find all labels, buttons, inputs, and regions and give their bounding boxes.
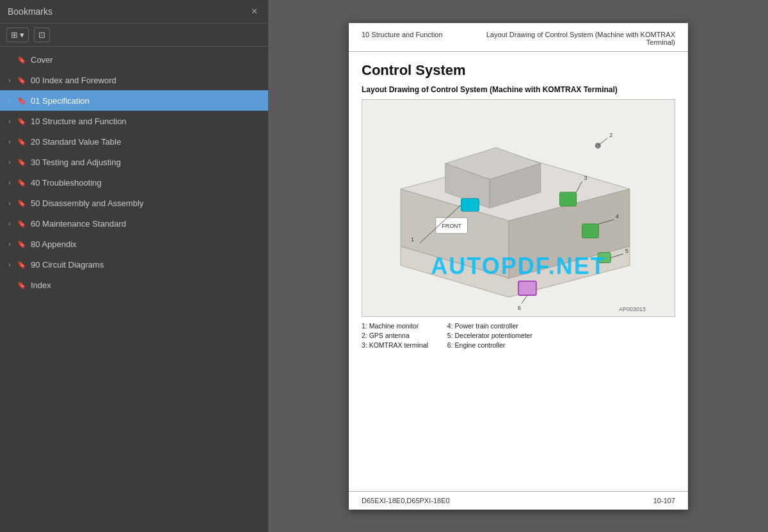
bookmark-flag-icon: 🔖 (17, 138, 27, 146)
bookmark-item-01[interactable]: ›🔖01 Specification (0, 90, 268, 111)
bookmark-button[interactable]: ⊡ (34, 28, 50, 42)
sidebar-title: Bookmarks (8, 6, 52, 17)
caption-item-1: 1: Machine monitor (362, 322, 428, 330)
svg-rect-15 (518, 281, 536, 295)
page-body: Control System Layout Drawing of Control… (349, 52, 688, 491)
expand-arrow-icon: › (4, 76, 15, 84)
bookmark-label: 60 Maintenance Standard (31, 219, 263, 229)
svg-rect-12 (560, 192, 577, 206)
bookmark-label: 01 Specification (31, 96, 263, 106)
section-title: Control System (362, 62, 675, 79)
bookmark-item-00[interactable]: ›🔖00 Index and Foreword (0, 70, 268, 90)
bookmark-label: Index (31, 280, 263, 290)
caption-item-6: 6: Engine controller (447, 341, 532, 349)
svg-rect-13 (582, 223, 598, 238)
bookmark-label: 20 Standard Value Table (31, 137, 263, 147)
bookmark-label: 40 Troubleshooting (31, 178, 263, 188)
bookmark-item-20[interactable]: ›🔖20 Standard Value Table (0, 131, 268, 152)
page-footer: D65EXI-18E0,D65PXI-18E0 10-107 (349, 491, 688, 510)
bookmark-item-90[interactable]: ›🔖90 Circuit Diagrams (0, 254, 268, 275)
bookmark-flag-icon: 🔖 (17, 199, 27, 207)
bookmark-flag-icon: 🔖 (17, 117, 27, 125)
expand-arrow-icon: › (4, 158, 15, 166)
caption-item-3: 3: KOMTRAX terminal (362, 341, 428, 349)
bookmark-flag-icon: 🔖 (17, 56, 27, 64)
view-options-button[interactable]: ⊞ ▾ (6, 28, 29, 42)
bookmark-label: Cover (31, 55, 263, 65)
svg-text:2: 2 (609, 131, 612, 138)
bookmark-flag-icon: 🔖 (17, 76, 27, 85)
diagram-title: Layout Drawing of Control System (Machin… (362, 85, 675, 94)
svg-text:3: 3 (584, 175, 587, 181)
bookmark-item-cover[interactable]: ›🔖Cover (0, 49, 268, 70)
svg-text:1: 1 (411, 236, 414, 242)
bookmark-label: 30 Testing and Adjusting (31, 157, 263, 167)
svg-text:FRONT: FRONT (442, 222, 461, 229)
bookmark-label: 90 Circuit Diagrams (31, 260, 263, 270)
main-content: AUTOPDF.NET 10 Structure and Function La… (269, 0, 768, 532)
bookmark-icon-toolbar: ⊡ (38, 30, 45, 40)
sidebar-toolbar: ⊞ ▾ ⊡ (0, 24, 268, 47)
svg-text:5: 5 (625, 247, 628, 254)
bookmark-item-80[interactable]: ›🔖80 Appendix (0, 234, 268, 254)
svg-text:6: 6 (518, 305, 521, 311)
grid-icon: ⊞ (11, 30, 18, 40)
expand-arrow-icon: › (4, 138, 15, 145)
caption-item-2: 2: GPS antenna (362, 332, 428, 339)
expand-arrow-icon: › (4, 261, 15, 268)
bookmark-flag-icon: 🔖 (17, 158, 27, 166)
bookmark-item-30[interactable]: ›🔖30 Testing and Adjusting (0, 152, 268, 172)
svg-text:4: 4 (616, 213, 619, 219)
expand-arrow-icon: › (4, 240, 15, 248)
page-header-section: 10 Structure and Function (362, 31, 443, 38)
caption-item-5: 5: Decelerator potentiometer (447, 332, 532, 339)
expand-arrow-icon: › (4, 179, 15, 186)
page-wrapper: 10 Structure and Function Layout Drawing… (349, 23, 688, 510)
bookmark-flag-icon: 🔖 (17, 220, 27, 228)
expand-arrow-icon: › (4, 199, 15, 207)
caption-col-left: 1: Machine monitor 2: GPS antenna 3: KOM… (362, 322, 428, 349)
bookmark-label: 10 Structure and Function (31, 117, 263, 126)
page-footer-model: D65EXI-18E0,D65PXI-18E0 (362, 497, 450, 504)
sidebar: Bookmarks × ⊞ ▾ ⊡ ›🔖Cover›🔖00 Index and … (0, 0, 269, 532)
svg-point-11 (595, 143, 600, 148)
bookmark-label: 50 Disassembly and Assembly (31, 198, 263, 208)
expand-arrow-icon: › (4, 97, 15, 104)
svg-rect-10 (461, 198, 479, 211)
diagram-container: FRONT 1 (362, 99, 675, 317)
diagram-svg: FRONT 1 (362, 100, 675, 316)
sidebar-header: Bookmarks × (0, 0, 268, 24)
bookmark-flag-icon: 🔖 (17, 261, 27, 269)
page-header-title: Layout Drawing of Control System (Machin… (483, 31, 675, 46)
dropdown-arrow-icon: ▾ (20, 30, 24, 40)
page-footer-number: 10-107 (653, 497, 675, 504)
caption-item-4: 4: Power train controller (447, 322, 532, 330)
page-header: 10 Structure and Function Layout Drawing… (349, 23, 688, 52)
bookmark-item-60[interactable]: ›🔖60 Maintenance Standard (0, 213, 268, 234)
bookmark-item-40[interactable]: ›🔖40 Troubleshooting (0, 172, 268, 193)
bookmarks-list: ›🔖Cover›🔖00 Index and Foreword›🔖01 Speci… (0, 47, 268, 532)
diagram-caption-area: 1: Machine monitor 2: GPS antenna 3: KOM… (362, 322, 675, 349)
bookmark-flag-icon: 🔖 (17, 240, 27, 248)
caption-col-right: 4: Power train controller 5: Decelerator… (447, 322, 532, 349)
bookmark-flag-icon: 🔖 (17, 281, 27, 289)
close-button[interactable]: × (248, 5, 260, 18)
svg-rect-14 (598, 252, 611, 262)
bookmark-flag-icon: 🔖 (17, 97, 27, 105)
bookmark-label: 80 Appendix (31, 239, 263, 249)
bookmark-item-index[interactable]: ›🔖Index (0, 275, 268, 295)
bookmark-flag-icon: 🔖 (17, 179, 27, 187)
bookmark-label: 00 Index and Foreword (31, 76, 263, 85)
expand-arrow-icon: › (4, 220, 15, 227)
bookmark-item-10[interactable]: ›🔖10 Structure and Function (0, 111, 268, 131)
svg-text:AP003013: AP003013 (619, 306, 646, 312)
expand-arrow-icon: › (4, 117, 15, 125)
bookmark-item-50[interactable]: ›🔖50 Disassembly and Assembly (0, 193, 268, 213)
